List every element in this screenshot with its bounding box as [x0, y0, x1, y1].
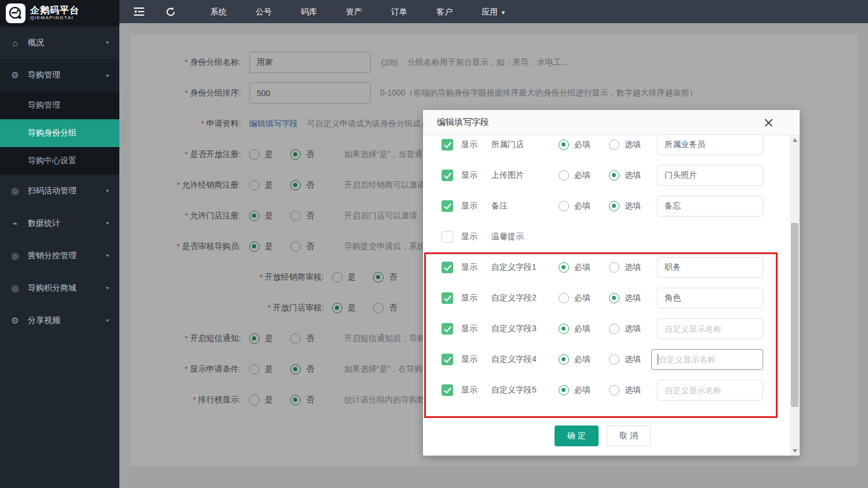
display-name-input[interactable]: [657, 134, 763, 155]
nav-item-assets[interactable]: 资产: [336, 0, 372, 23]
display-name-input[interactable]: [657, 165, 763, 186]
chevron-down-icon: ▼: [105, 318, 110, 323]
field-name: 自定义字段4: [491, 354, 559, 365]
chevron-down-icon: ▼: [105, 286, 110, 291]
optional-radio[interactable]: [609, 170, 619, 181]
nav-item-code-library[interactable]: 码库: [291, 0, 327, 23]
field-name: 备注: [491, 201, 559, 211]
chevron-down-icon: ▼: [105, 189, 110, 193]
sidebar-subitem-guide-management[interactable]: 导购管理: [0, 91, 119, 119]
display-name-input[interactable]: [657, 318, 763, 339]
sidebar-item-share-video[interactable]: ⚙ 分享视频 ▼: [0, 304, 119, 337]
close-icon[interactable]: [763, 116, 775, 129]
display-name-input-focused[interactable]: [651, 349, 763, 370]
modal-row-custom-field-5: 显示 自定义字段5 必填 选填: [423, 375, 800, 405]
chevron-up-icon: ▲: [105, 73, 110, 78]
brand-name: 企鹅码平台: [30, 6, 79, 16]
sidebar-item-scan-activity[interactable]: ◎ 扫码活动管理 ▼: [0, 175, 119, 207]
chevron-down-icon: ▼: [501, 10, 506, 16]
edit-fields-modal: 编辑填写字段 显示 所属门店 必填 选填 显示 上传图片 必填 选填: [423, 110, 800, 456]
app-window: 企鹅码平台 QIEMAPINGTAI ⌂ 概况 ▼ ⚙ 导购管理 ▲ 导购管理 …: [0, 0, 868, 488]
display-name-input[interactable]: [657, 257, 763, 278]
show-checkbox[interactable]: [442, 354, 453, 365]
field-name: 自定义字段1: [491, 262, 559, 273]
modal-title: 编辑填写字段: [437, 117, 763, 128]
nav-item-orders[interactable]: 订单: [381, 0, 417, 23]
modal-row-custom-field-3: 显示 自定义字段3 必填 选填: [423, 313, 800, 344]
chevron-down-icon: ▼: [105, 41, 110, 45]
field-name: 自定义字段3: [491, 324, 559, 334]
show-checkbox[interactable]: [442, 384, 453, 396]
optional-radio[interactable]: [609, 324, 619, 334]
optional-radio[interactable]: [609, 354, 619, 365]
field-name: 温馨提示: [491, 232, 559, 242]
required-radio[interactable]: [559, 385, 569, 395]
show-checkbox[interactable]: [442, 292, 453, 304]
modal-scrollbar[interactable]: [790, 135, 800, 456]
confirm-button[interactable]: 确 定: [555, 425, 599, 446]
sidebar-item-data-statistics[interactable]: ⌁ 数据统计 ▼: [0, 207, 119, 240]
logo-area: 企鹅码平台 QIEMAPINGTAI: [0, 0, 119, 27]
guide-management-submenu: 导购管理 导购身份分组 导购中心设置: [0, 91, 119, 175]
modal-footer: 确 定 取 消: [423, 425, 782, 446]
display-name-input[interactable]: [657, 196, 763, 217]
sidebar-item-marketing-control[interactable]: ◎ 营销分控管理 ▼: [0, 240, 119, 272]
nav-item-system[interactable]: 系统: [200, 0, 236, 23]
show-checkbox[interactable]: [442, 139, 453, 151]
required-radio[interactable]: [559, 324, 569, 334]
sidebar-subitem-guide-identity-group[interactable]: 导购身份分组: [0, 119, 119, 147]
gear-icon: ⚙: [9, 70, 21, 80]
modal-body: 显示 所属门店 必填 选填 显示 上传图片 必填 选填 显示 备注 必填: [423, 129, 800, 405]
gear-icon: ⚙: [9, 315, 21, 326]
required-radio[interactable]: [559, 293, 569, 303]
display-name-input[interactable]: [657, 288, 763, 309]
nav-item-official-account[interactable]: 公号: [246, 0, 282, 23]
required-radio[interactable]: [559, 262, 569, 273]
camera-icon: ◎: [9, 283, 21, 293]
sidebar-item-guide-management[interactable]: ⚙ 导购管理 ▲: [0, 59, 119, 91]
scrollbar-thumb[interactable]: [791, 223, 798, 407]
optional-radio[interactable]: [609, 293, 619, 303]
modal-row-remark: 显示 备注 必填 选填: [423, 190, 800, 221]
optional-radio[interactable]: [609, 262, 619, 273]
cancel-button[interactable]: 取 消: [607, 425, 651, 446]
brand-subtitle: QIEMAPINGTAI: [30, 16, 79, 20]
modal-row-upload-image: 显示 上传图片 必填 选填: [423, 160, 800, 190]
field-name: 所属门店: [491, 140, 559, 150]
modal-row-store: 显示 所属门店 必填 选填: [423, 129, 800, 160]
show-checkbox[interactable]: [442, 262, 453, 273]
sidebar-item-overview[interactable]: ⌂ 概况 ▼: [0, 27, 119, 59]
required-radio[interactable]: [559, 170, 569, 181]
show-checkbox[interactable]: [442, 170, 453, 181]
penguin-logo-icon: [6, 3, 25, 23]
required-radio[interactable]: [559, 354, 569, 365]
text-cursor: [658, 354, 658, 365]
show-checkbox[interactable]: [442, 200, 453, 212]
scroll-up-icon[interactable]: [790, 135, 800, 145]
top-navbar: 系统 公号 码库 资产 订单 客户 应用▼: [119, 0, 868, 23]
field-name: 自定义字段2: [491, 293, 559, 303]
field-name: 上传图片: [491, 170, 559, 181]
sidebar: 企鹅码平台 QIEMAPINGTAI ⌂ 概况 ▼ ⚙ 导购管理 ▲ 导购管理 …: [0, 0, 119, 488]
sidebar-subitem-guide-center-settings[interactable]: 导购中心设置: [0, 147, 119, 175]
required-radio[interactable]: [559, 140, 569, 150]
camera-icon: ◎: [9, 251, 21, 261]
collapse-menu-icon[interactable]: [133, 6, 145, 17]
chevron-down-icon: ▼: [105, 221, 110, 226]
required-radio[interactable]: [559, 201, 569, 211]
pulse-icon: ⌁: [9, 218, 21, 229]
show-checkbox[interactable]: [442, 323, 453, 335]
optional-radio[interactable]: [609, 201, 619, 211]
show-checkbox[interactable]: [442, 231, 453, 243]
refresh-icon[interactable]: [165, 6, 176, 17]
optional-radio[interactable]: [609, 140, 619, 150]
sidebar-item-points-mall[interactable]: ◎ 导购积分商城 ▼: [0, 272, 119, 304]
modal-row-warm-tip: 显示 温馨提示: [423, 221, 800, 252]
scroll-down-icon[interactable]: [790, 446, 800, 456]
optional-radio[interactable]: [609, 385, 619, 395]
nav-item-apps-dropdown[interactable]: 应用▼: [472, 0, 516, 23]
nav-item-customers[interactable]: 客户: [426, 0, 462, 23]
display-name-input[interactable]: [657, 380, 763, 401]
home-icon: ⌂: [9, 38, 21, 48]
modal-row-custom-field-2: 显示 自定义字段2 必填 选填: [423, 282, 800, 313]
